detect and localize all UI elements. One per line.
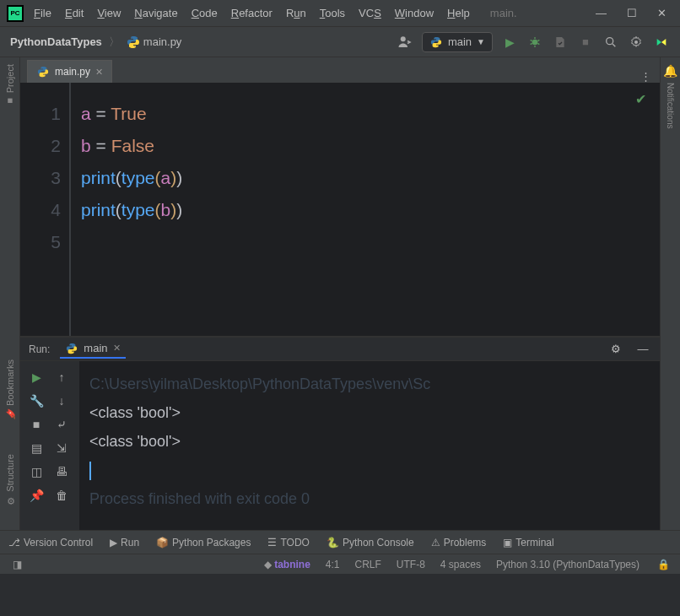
statusbar: ◨ ◆ tabnine 4:1 CRLF UTF-8 4 spaces Pyth… (0, 554, 680, 574)
user-icon[interactable] (397, 34, 413, 51)
console-toolbar: ▶↑ 🔧↓ ■⤶ ▤⇲ ◫🖶 📌🗑 (20, 361, 79, 530)
run-hide-icon[interactable]: — (634, 341, 651, 358)
softwrap-icon[interactable]: ⤶ (51, 413, 73, 435)
bottom-packages[interactable]: 📦 Python Packages (156, 537, 251, 548)
bottom-problems[interactable]: ⚠ Problems (431, 537, 487, 548)
breadcrumb-project[interactable]: PythonDataTypes (10, 35, 102, 48)
titlebar: PC File Edit View Navigate Code Refactor… (0, 0, 680, 27)
rail-notifications[interactable]: Notifications (666, 83, 675, 128)
run-config-label: main (448, 35, 472, 48)
tab-main-py[interactable]: main.py ✕ (27, 60, 112, 83)
up-icon[interactable]: ↑ (51, 366, 73, 388)
svg-point-1 (532, 39, 538, 45)
status-indent[interactable]: 4 spaces (440, 559, 481, 570)
run-tab-close-icon[interactable]: ✕ (113, 343, 121, 354)
run-settings-icon[interactable]: ⚙ (607, 341, 624, 358)
navbar-actions: main ▼ ▶ ■ (397, 32, 670, 52)
window-controls: — ☐ ✕ (596, 7, 673, 19)
menu-window[interactable]: Window (395, 7, 434, 19)
search-icon[interactable] (602, 34, 619, 51)
status-encoding[interactable]: UTF-8 (397, 559, 425, 570)
lock-icon[interactable]: 🔒 (655, 556, 672, 573)
maximize-icon[interactable]: ☐ (627, 7, 637, 19)
rail-project[interactable]: ■Project (5, 64, 15, 106)
run-panel-tab[interactable]: main ✕ (60, 340, 125, 359)
run-panel: Run: main ✕ ⚙ — ▶↑ 🔧↓ ■⤶ ▤⇲ ◫🖶 (20, 336, 660, 530)
run-tab-label: main (84, 342, 107, 354)
pin-icon[interactable]: 📌 (25, 484, 47, 506)
code-content[interactable]: a = Trueb = Falseprint(type(a))print(typ… (71, 83, 660, 336)
menu-tools[interactable]: Tools (320, 7, 345, 19)
run-panel-header: Run: main ✕ ⚙ — (20, 338, 660, 361)
python-file-icon (36, 65, 50, 78)
navbar: PythonDataTypes 〉 main.py main ▼ ▶ ■ (0, 27, 680, 57)
status-interpreter[interactable]: Python 3.10 (PythonDataTypes) (496, 559, 640, 570)
bottom-console[interactable]: 🐍 Python Console (327, 537, 414, 548)
bottom-run[interactable]: ▶ Run (110, 537, 139, 548)
tab-label: main.py (55, 66, 90, 78)
stop-console-icon[interactable]: ■ (25, 413, 47, 435)
tab-close-icon[interactable]: ✕ (95, 67, 103, 78)
breadcrumb-file-label: main.py (143, 35, 182, 48)
editor-tabs: main.py ✕ ⋮ (20, 57, 660, 83)
svg-point-3 (634, 41, 638, 44)
menu-view[interactable]: View (97, 7, 121, 19)
print-icon[interactable]: 🖶 (51, 461, 73, 483)
breadcrumb-sep: 〉 (109, 35, 120, 50)
coverage-button[interactable] (552, 34, 569, 51)
close-icon[interactable]: ✕ (657, 7, 667, 19)
minimize-icon[interactable]: — (596, 7, 607, 19)
settings-icon[interactable] (628, 34, 645, 51)
svg-point-2 (607, 37, 613, 44)
debug-button[interactable] (526, 34, 543, 51)
status-toggle-icon[interactable]: ◨ (8, 556, 25, 573)
status-caret-pos[interactable]: 4:1 (326, 559, 340, 570)
console-output[interactable]: C:\Users\yilma\Desktop\PythonDataTypes\v… (79, 361, 660, 530)
breadcrumb-file[interactable]: main.py (127, 35, 182, 49)
line-gutter: 12345 (20, 83, 71, 336)
run-config-selector[interactable]: main ▼ (422, 32, 493, 52)
python-icon (429, 35, 443, 49)
inspection-ok-icon[interactable]: ✔ (635, 91, 646, 107)
rail-structure[interactable]: ⚙Structure (4, 454, 15, 506)
menu-refactor[interactable]: Refactor (231, 7, 273, 19)
menu-run[interactable]: Run (286, 7, 306, 19)
rerun-icon[interactable]: ▶ (25, 366, 47, 388)
status-tabnine[interactable]: ◆ tabnine (264, 559, 310, 570)
bell-icon[interactable]: 🔔 (663, 64, 677, 78)
codewithme-icon[interactable] (653, 34, 670, 51)
bottom-vcs[interactable]: ⎇ Version Control (8, 537, 93, 548)
stop-button[interactable]: ■ (577, 34, 594, 51)
run-button[interactable]: ▶ (501, 34, 518, 51)
menu-file[interactable]: File (34, 7, 51, 19)
python-icon (65, 342, 78, 355)
split-icon[interactable]: ◫ (25, 461, 47, 483)
main-menu: File Edit View Navigate Code Refactor Ru… (34, 7, 596, 19)
scroll-icon[interactable]: ⇲ (51, 437, 73, 459)
bottom-tool-tabs: ⎇ Version Control ▶ Run 📦 Python Package… (0, 530, 680, 554)
python-file-icon (127, 35, 140, 49)
rail-bookmarks[interactable]: 🔖Bookmarks (4, 359, 15, 420)
bottom-terminal[interactable]: ▣ Terminal (503, 537, 553, 548)
pycharm-logo-icon: PC (7, 5, 24, 22)
svg-point-0 (401, 36, 406, 41)
layout-icon[interactable]: ▤ (25, 437, 47, 459)
wrench-icon[interactable]: 🔧 (25, 390, 47, 412)
code-editor[interactable]: 12345 a = Trueb = Falseprint(type(a))pri… (20, 83, 660, 336)
menu-navigate[interactable]: Navigate (134, 7, 177, 19)
menu-code[interactable]: Code (192, 7, 218, 19)
run-panel-label: Run: (29, 343, 50, 355)
menu-help[interactable]: Help (447, 7, 470, 19)
down-icon[interactable]: ↓ (51, 390, 73, 412)
tab-more-icon[interactable]: ⋮ (640, 70, 651, 83)
menu-vcs[interactable]: VCS (359, 7, 381, 19)
menu-edit[interactable]: Edit (65, 7, 84, 19)
left-tool-rail: ■Project 🔖Bookmarks ⚙Structure (0, 57, 20, 530)
title-project: main. (490, 7, 517, 19)
right-tool-rail: 🔔 Notifications (660, 57, 680, 530)
status-eol[interactable]: CRLF (355, 559, 381, 570)
bottom-todo[interactable]: ☰ TODO (267, 537, 309, 548)
chevron-down-icon: ▼ (477, 37, 485, 46)
trash-icon[interactable]: 🗑 (51, 484, 73, 506)
